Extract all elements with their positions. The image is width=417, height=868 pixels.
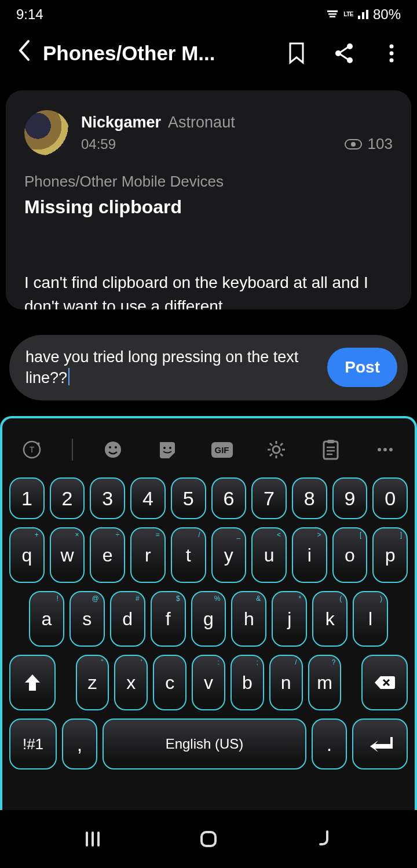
key-comma[interactable]: , [62,719,97,769]
more-button[interactable] [380,42,403,65]
svg-point-13 [115,446,117,448]
svg-point-21 [389,448,393,451]
key-1[interactable]: 1 [9,477,45,519]
post-card: Nickgamer Astronaut 04:59 103 Phones/Oth… [6,90,411,309]
svg-point-16 [273,446,280,453]
cast-icon [326,9,339,20]
key-0[interactable]: 0 [372,477,408,519]
lte-label: LTE [343,12,353,17]
key-8[interactable]: 8 [292,477,327,519]
app-header: Phones/Other M... [0,29,417,78]
svg-point-6 [390,45,394,49]
key-9[interactable]: 9 [332,477,368,519]
avatar[interactable] [24,110,70,155]
svg-rect-22 [86,831,88,847]
key-period[interactable]: . [312,719,347,769]
key-z[interactable]: "z [76,655,109,710]
key-shift[interactable] [9,655,56,710]
post-body: I can't find clipboard on the keyboard a… [24,271,393,309]
kb-gif-icon[interactable]: GIF [207,435,236,464]
key-enter[interactable] [352,719,408,769]
kb-translate-icon[interactable]: T [17,435,46,464]
key-l[interactable]: )l [353,591,388,647]
nav-back[interactable] [313,827,336,851]
user-rank: Astronaut [168,114,235,132]
battery-percent: 80% [373,6,401,23]
key-6[interactable]: 6 [211,477,247,519]
svg-rect-0 [327,10,338,12]
svg-point-14 [163,447,166,449]
username[interactable]: Nickgamer [81,114,161,132]
share-button[interactable] [332,42,356,65]
key-4[interactable]: 4 [130,477,166,519]
breadcrumb[interactable]: Phones/Other Mobile Devices [24,173,393,191]
key-symbols[interactable]: !#1 [9,719,57,769]
key-c[interactable]: c [153,655,186,710]
signal-icon [358,10,368,19]
svg-point-4 [335,50,341,56]
key-d[interactable]: #d [110,591,145,647]
kb-more-icon[interactable] [371,435,400,464]
view-count: 103 [345,135,393,153]
key-2[interactable]: 2 [50,477,85,519]
key-b[interactable]: ;b [231,655,264,710]
text-cursor [68,368,70,385]
key-t[interactable]: /t [171,527,206,583]
key-k[interactable]: (k [312,591,348,647]
key-j[interactable]: *j [272,591,307,647]
key-g[interactable]: %g [191,591,226,647]
key-o[interactable]: [o [332,527,368,583]
key-space[interactable]: English (US) [103,719,306,769]
key-v[interactable]: :v [192,655,225,710]
key-s[interactable]: @s [70,591,105,647]
key-3[interactable]: 3 [90,477,125,519]
key-q[interactable]: +q [9,527,45,583]
kb-sticker-icon[interactable] [153,435,182,464]
key-u[interactable]: <u [251,527,287,583]
status-time: 9:14 [16,6,43,23]
key-n[interactable]: /n [269,655,303,710]
nav-recents[interactable] [81,827,104,851]
key-m[interactable]: ?m [308,655,342,710]
post-title: Missing clipboard [24,196,393,218]
key-w[interactable]: ×w [50,527,85,583]
reply-input[interactable]: have you tried long pressing on the text… [25,347,319,389]
kb-emoji-icon[interactable] [98,435,127,464]
svg-point-12 [109,446,111,448]
svg-rect-18 [327,440,334,443]
key-r[interactable]: =r [130,527,166,583]
key-i[interactable]: >i [292,527,327,583]
svg-point-15 [169,447,171,449]
svg-rect-25 [202,832,215,846]
status-bar: 9:14 LTE 80% [0,0,417,29]
key-a[interactable]: !a [29,591,64,647]
key-p[interactable]: ]p [372,527,408,583]
key-5[interactable]: 5 [171,477,206,519]
kb-settings-icon[interactable] [262,435,291,464]
svg-point-7 [390,52,394,56]
eye-icon [345,139,362,149]
key-7[interactable]: 7 [251,477,287,519]
keyboard: T GIF 1234567890 +q×w÷e=r/t_y<u>i[o [0,416,417,810]
key-f[interactable]: $f [151,591,186,647]
key-h[interactable]: &h [231,591,266,647]
svg-point-20 [383,448,387,451]
svg-point-11 [105,442,121,458]
svg-rect-23 [92,831,94,847]
nav-home[interactable] [197,827,220,851]
post-time: 04:59 [81,136,235,152]
page-title: Phones/Other M... [43,42,279,65]
svg-point-5 [347,57,353,63]
svg-point-19 [378,448,381,451]
key-e[interactable]: ÷e [90,527,125,583]
svg-rect-24 [97,831,100,847]
back-button[interactable] [10,36,37,71]
post-button[interactable]: Post [327,348,397,387]
kb-clipboard-icon[interactable] [316,435,345,464]
system-navbar [0,810,417,868]
bookmark-button[interactable] [285,42,308,65]
key-x[interactable]: 'x [114,655,148,710]
svg-rect-1 [328,13,336,15]
key-y[interactable]: _y [211,527,247,583]
key-backspace[interactable] [361,655,408,710]
